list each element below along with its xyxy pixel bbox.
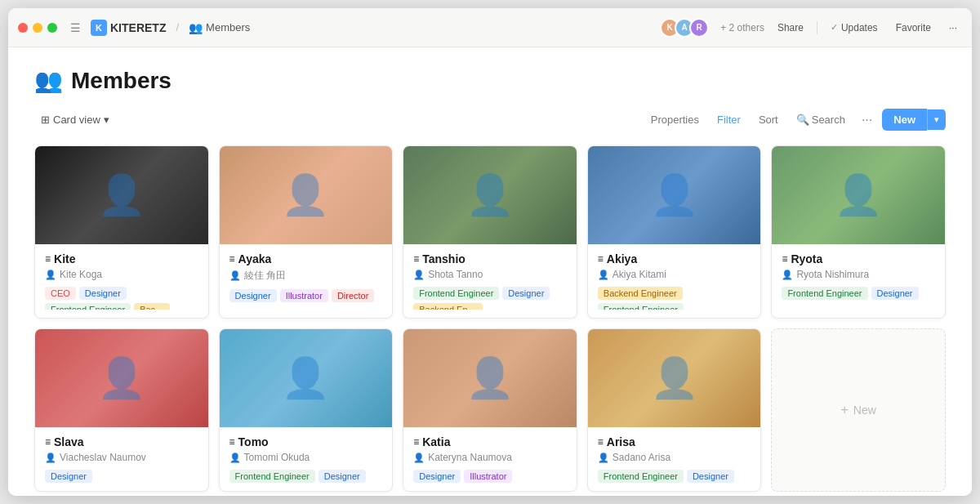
card-subname-ayaka: 👤 綾佳 角田 — [229, 269, 383, 283]
card-subname-icon-slava: 👤 — [45, 453, 56, 463]
tag-kite-ceo: CEO — [45, 287, 76, 300]
sort-label: Sort — [759, 114, 778, 126]
card-photo-katia: 👤 — [403, 329, 577, 427]
card-name-arisa: ≡ Arisa — [598, 435, 751, 448]
favorite-label: Favorite — [896, 22, 931, 33]
check-icon: ✓ — [831, 22, 838, 33]
updates-button[interactable]: ✓ Updates — [826, 19, 883, 37]
breadcrumb-page-name: Members — [206, 21, 250, 33]
card-tags-arisa: Frontend EngineerDesigner — [598, 470, 751, 483]
brand-name: KITERETZ — [110, 21, 166, 34]
card-tags-tanshio: Frontend EngineerDesignerBackend En… — [413, 287, 567, 310]
card-subname-icon-ryota: 👤 — [782, 270, 793, 280]
view-label: Card view — [53, 114, 100, 126]
card-tags-kite: CEODesignerFrontend EngineerBac… — [45, 287, 198, 310]
titlebar: ☰ K KITERETZ / 👥 Members K A R + 2 other… — [8, 8, 972, 47]
toolbar: ⊞ Card view ▾ Properties Filter Sort 🔍 S… — [34, 109, 946, 131]
more-icon: ··· — [949, 22, 957, 33]
photo-silhouette-katia: 👤 — [403, 329, 577, 427]
page-header: 👥 Members — [34, 67, 946, 94]
fullscreen-button[interactable] — [47, 23, 57, 33]
card-subname-akiya: 👤 Akiya Kitami — [598, 269, 751, 280]
card-subname-icon-kite: 👤 — [45, 270, 56, 280]
card-subname-tanshio: 👤 Shota Tanno — [413, 269, 567, 280]
member-card-ayaka[interactable]: 👤≡ Ayaka👤 綾佳 角田DesignerIllustratorDirect… — [219, 145, 394, 319]
card-name-icon-ryota: ≡ — [782, 253, 787, 265]
traffic-lights — [18, 23, 57, 33]
card-name-icon-katia: ≡ — [413, 436, 419, 448]
tag-ayaka-director: Director — [332, 289, 375, 302]
card-name-icon-akiya: ≡ — [598, 253, 604, 265]
card-photo-arisa: 👤 — [588, 329, 761, 427]
properties-button[interactable]: Properties — [644, 110, 706, 129]
card-name-ryota: ≡ Ryota — [782, 252, 935, 265]
member-card-kite[interactable]: 👤≡ Kite👤 Kite KogaCEODesignerFrontend En… — [34, 145, 209, 319]
card-subname-kite: 👤 Kite Koga — [45, 269, 198, 280]
brand-k-icon: K — [91, 20, 107, 36]
avatar-group: K A R — [660, 18, 709, 38]
tag-ayaka-illustrator: Illustrator — [280, 289, 328, 302]
member-card-slava[interactable]: 👤≡ Slava👤 Viacheslav NaumovDesigner — [34, 328, 209, 492]
new-button-dropdown[interactable]: ▾ — [927, 109, 946, 130]
card-tags-ryota: Frontend EngineerDesigner — [782, 287, 935, 300]
member-card-arisa[interactable]: 👤≡ Arisa👤 Sadano ArisaFrontend EngineerD… — [587, 328, 762, 492]
share-label: Share — [777, 22, 804, 33]
tag-kite-bac…: Bac… — [134, 303, 170, 310]
tag-ryota-frontendengineer: Frontend Engineer — [782, 287, 867, 300]
three-dots-icon: ··· — [862, 113, 872, 127]
card-name-tanshio: ≡ Tanshio — [413, 252, 567, 265]
card-subname-icon-tanshio: 👤 — [413, 270, 425, 280]
more-options-button[interactable]: ··· — [944, 19, 962, 37]
card-photo-ayaka: 👤 — [220, 146, 393, 244]
search-label: Search — [812, 114, 845, 126]
minimize-button[interactable] — [33, 23, 42, 33]
member-card-katia[interactable]: 👤≡ Katia👤 Kateryna NaumovaDesignerIllust… — [403, 328, 577, 492]
tag-arisa-frontendengineer: Frontend Engineer — [598, 470, 684, 483]
card-photo-tomo: 👤 — [220, 329, 393, 427]
breadcrumb-members[interactable]: 👥 Members — [189, 21, 250, 34]
toolbar-more-button[interactable]: ··· — [857, 111, 877, 129]
card-photo-slava: 👤 — [35, 329, 208, 427]
new-card-label: New — [853, 404, 876, 417]
photo-silhouette-arisa: 👤 — [588, 329, 761, 427]
card-subname-arisa: 👤 Sadano Arisa — [598, 452, 751, 463]
filter-button[interactable]: Filter — [710, 110, 747, 129]
avatar-3: R — [689, 18, 709, 38]
sort-button[interactable]: Sort — [752, 110, 785, 129]
card-name-ayaka: ≡ Ayaka — [229, 252, 383, 265]
new-card-placeholder[interactable]: +New — [771, 328, 946, 492]
member-card-tanshio[interactable]: 👤≡ Tanshio👤 Shota TannoFrontend Engineer… — [403, 145, 577, 319]
favorite-button[interactable]: Favorite — [891, 19, 936, 37]
card-name-katia: ≡ Katia — [413, 435, 567, 448]
card-name-icon-kite: ≡ — [45, 253, 51, 265]
new-button[interactable]: New — [882, 109, 927, 131]
app-window: ☰ K KITERETZ / 👥 Members K A R + 2 other… — [8, 8, 972, 496]
card-subname-ryota: 👤 Ryota Nishimura — [782, 269, 935, 280]
tag-akiya-backendengineer: Backend Engineer — [598, 287, 683, 300]
updates-label: Updates — [841, 22, 878, 33]
card-tags-ayaka: DesignerIllustratorDirector — [229, 289, 383, 302]
close-button[interactable] — [18, 23, 28, 33]
tag-kite-designer: Designer — [79, 287, 127, 300]
view-icon: ⊞ — [41, 114, 50, 126]
card-tags-akiya: Backend EngineerFrontend Engineer — [598, 287, 751, 310]
card-grid: 👤≡ Kite👤 Kite KogaCEODesignerFrontend En… — [34, 145, 946, 492]
member-card-ryota[interactable]: 👤≡ Ryota👤 Ryota NishimuraFrontend Engine… — [771, 145, 946, 319]
share-button[interactable]: Share — [773, 19, 808, 37]
card-name-icon-arisa: ≡ — [598, 436, 604, 448]
card-name-kite: ≡ Kite — [45, 252, 198, 265]
filter-label: Filter — [717, 114, 741, 126]
tag-katia-designer: Designer — [413, 470, 461, 483]
menu-icon[interactable]: ☰ — [70, 21, 81, 34]
card-photo-tanshio: 👤 — [403, 146, 577, 244]
member-card-tomo[interactable]: 👤≡ Tomo👤 Tomomi OkudaFrontend EngineerDe… — [219, 328, 394, 492]
photo-silhouette-kite: 👤 — [35, 146, 208, 244]
titlebar-left: ☰ K KITERETZ / 👥 Members — [18, 20, 660, 36]
search-button[interactable]: 🔍 Search — [790, 110, 852, 129]
member-card-akiya[interactable]: 👤≡ Akiya👤 Akiya KitamiBackend EngineerFr… — [587, 145, 762, 319]
members-breadcrumb-icon: 👥 — [189, 21, 203, 34]
card-tags-slava: Designer — [45, 470, 198, 483]
view-selector[interactable]: ⊞ Card view ▾ — [34, 110, 116, 129]
breadcrumb-sep: / — [176, 21, 179, 33]
card-subname-icon-arisa: 👤 — [598, 453, 609, 463]
